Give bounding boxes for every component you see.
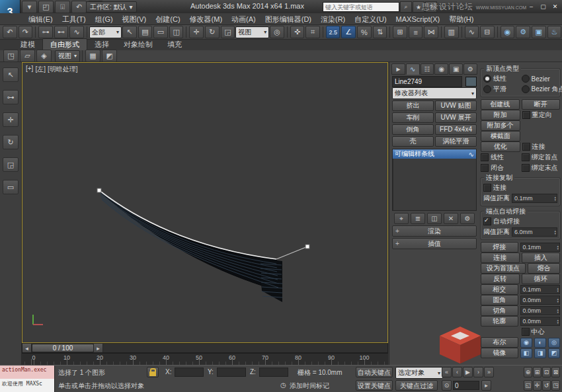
dock-move-icon[interactable]: ✛ [3,112,19,127]
use-pivot-center-icon[interactable]: ◎ [270,26,284,38]
select-and-rotate-icon[interactable]: ↻ [205,26,220,38]
modifier-button-unwrap-uvw[interactable]: UVW 展开 [435,112,477,123]
mirror-button[interactable]: 镜像 [481,348,518,358]
viewport-left[interactable]: [+] [左] [明暗处理] [22,62,388,343]
ribbon-tab-selection[interactable]: 选择 [87,39,116,50]
bind-first-checkbox[interactable] [522,153,530,161]
viewport-menu-button[interactable]: [+] [26,65,33,74]
reverse-button[interactable]: 反转 [481,274,520,284]
stack-item-editable-spline[interactable]: 可编辑样条线 ∿ [393,149,476,159]
ribbon-tool-icon-3[interactable]: ◈ [36,50,52,62]
listener-script-line[interactable]: 欢迎使用 MAXSc [0,379,54,392]
rollout-interpolation[interactable]: + 插值 [392,238,477,249]
break-button[interactable]: 断开 [522,99,561,110]
menu-graph-editors[interactable]: 图形编辑器(D) [261,13,316,25]
spline-vertex-start[interactable] [97,188,101,192]
modifier-button-shell[interactable]: 壳 [392,136,434,147]
curve-editor-icon[interactable]: ∿ [465,26,479,38]
cross-insert-spinner[interactable]: 0.1mm ▴▾ [520,285,561,294]
cross-insert-button[interactable]: 相交 [481,284,518,295]
menu-help[interactable]: 帮助(H) [444,13,478,25]
mirror-horizontal-icon[interactable]: ◧ [520,348,532,358]
show-end-result-icon[interactable]: ≣ [411,213,425,224]
zoom-all-icon[interactable]: ⊞ [533,367,542,377]
mirror-vertical-icon[interactable]: ◨ [534,348,546,358]
spinner-arrows-icon[interactable]: ▴▾ [557,308,559,313]
viewport-canvas[interactable] [22,63,387,342]
mirror-both-icon[interactable]: ◩ [548,348,560,358]
percent-snap-icon[interactable]: % [357,26,372,38]
viewport-view-button[interactable]: [左] [35,65,46,74]
menu-views[interactable]: 视图(V) [118,13,151,25]
chamfer-button[interactable]: 切角 [481,305,518,316]
weld-threshold-spinner[interactable]: 6.0mm ▴▾ [512,227,557,237]
create-line-button[interactable]: 创建线 [481,99,520,110]
configure-modifier-sets-icon[interactable]: ⚙ [460,213,475,224]
next-frame-arrow-icon[interactable]: ▸ [94,344,103,352]
time-slider[interactable]: ◂ 0 / 100 ▸ [22,343,388,353]
tab-utilities-icon[interactable]: ⚙ [463,63,477,75]
search-input[interactable] [323,2,399,12]
coordinate-z-field[interactable] [259,368,288,377]
spinner-arrows-icon[interactable]: ▴▾ [554,229,556,235]
radio-smooth[interactable] [483,85,491,93]
outline-spinner[interactable]: 0.0mm ▴▾ [520,317,561,326]
attach-button[interactable]: 附加 [481,110,520,120]
bind-last-checkbox[interactable] [522,164,530,172]
layer-manager-icon[interactable]: ▥ [444,26,459,38]
object-color-swatch[interactable] [465,77,477,87]
select-and-link-icon[interactable]: ⊶ [38,26,53,38]
tab-display-icon[interactable]: ▣ [449,63,463,75]
menu-modifiers[interactable]: 修改器(M) [185,13,227,25]
schematic-view-icon[interactable]: ⊟ [480,26,495,38]
zoom-extents-icon[interactable]: ⊡ [542,367,551,377]
bind-to-space-warp-icon[interactable]: ∿ [69,26,84,38]
angle-snap-icon[interactable]: ∠ [341,26,356,38]
align-icon[interactable]: ≡ [409,26,423,38]
spinner-arrows-icon[interactable]: ▴▾ [557,297,559,303]
coordinate-x-field[interactable] [175,368,204,377]
spinner-arrows-icon[interactable]: ▴▾ [557,287,559,292]
modifier-stack[interactable]: 可编辑样条线 ∿ [392,149,477,211]
zoom-extents-all-icon[interactable]: ⊠ [551,367,560,377]
render-setup-icon[interactable]: ⚙ [516,26,530,38]
redo-scene-icon[interactable]: ↷ [19,26,33,38]
keyboard-override-icon[interactable]: ⌗ [305,26,320,38]
select-by-name-icon[interactable]: ▤ [138,26,153,38]
connect-copy-checkbox[interactable] [483,184,491,192]
time-configuration-icon[interactable]: ▸ [481,380,491,391]
selection-filter-dropdown[interactable]: 全部 ▾ [89,26,122,38]
boolean-union-icon[interactable]: ◉ [520,338,532,348]
minimize-icon[interactable]: – [526,1,537,12]
select-and-scale-icon[interactable]: ◲ [221,26,235,38]
maximize-viewport-toggle-icon[interactable]: ◳ [551,380,560,391]
linear-checkbox[interactable] [481,153,489,161]
previous-frame-arrow-icon[interactable]: ◂ [22,344,32,352]
next-frame-icon[interactable]: › [473,367,483,377]
dock-link-icon[interactable]: ⊶ [3,90,19,104]
dock-select-icon[interactable]: ↖ [3,67,19,82]
menu-group[interactable]: 组(G) [91,13,118,25]
refine-button[interactable]: 优化 [481,141,520,152]
menu-tools[interactable]: 工具(T) [58,13,91,25]
go-to-end-icon[interactable]: » [484,367,494,377]
reorient-checkbox[interactable] [522,111,530,119]
spinner-arrows-icon[interactable]: ▴▾ [557,319,559,324]
zoom-icon[interactable]: ⊕ [524,367,532,377]
menu-create[interactable]: 创建(C) [151,13,184,25]
add-time-tag[interactable]: 添加时间标记 [290,381,329,391]
orbit-icon[interactable]: ↺ [542,380,551,391]
previous-frame-icon[interactable]: ‹ [452,367,462,377]
rendered-frame-window-icon[interactable]: ▣ [532,26,546,38]
render-production-icon[interactable]: ♨ [547,26,562,38]
window-crossing-toggle-icon[interactable]: ◫ [169,26,184,38]
workspace-dropdown[interactable]: 工作区: 默认 ▾ [86,1,137,13]
tab-motion-icon[interactable]: ◉ [434,63,448,75]
close-icon[interactable]: ✕ [549,1,561,12]
listener-macro-line[interactable]: actionMan.exec [0,366,54,379]
fuse-button[interactable]: 熔合 [528,263,560,274]
modifier-list-dropdown[interactable]: 修改器列表 ▾ [392,87,477,99]
modifier-button-extrude[interactable]: 挤出 [392,100,434,111]
boolean-button[interactable]: 布尔 [481,337,518,348]
insert-button[interactable]: 插入 [522,253,561,263]
